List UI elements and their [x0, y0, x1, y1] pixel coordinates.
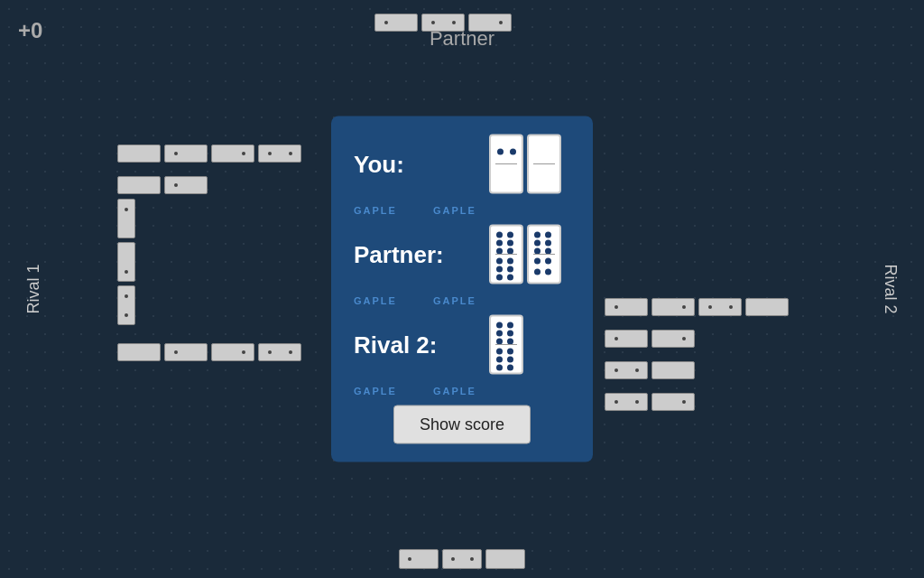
you-domino-1	[489, 135, 523, 194]
bottom-domino-1	[399, 549, 439, 569]
partner-domino-2	[527, 225, 561, 284]
you-result-row: You:	[354, 135, 570, 194]
you-label: You:	[354, 150, 480, 178]
bottom-domino-2	[442, 549, 482, 569]
you-domino-2	[527, 135, 561, 194]
bottom-dominos	[399, 549, 525, 569]
rival2-result-label: Rival 2:	[354, 331, 480, 359]
show-score-button[interactable]: Show score	[393, 406, 531, 444]
gaple-text-partner: GAPLE GAPLE	[354, 295, 570, 306]
rival2-domino-1	[489, 315, 523, 375]
partner-label: Partner:	[354, 240, 480, 268]
gaple-text-rival2: GAPLE GAPLE	[354, 386, 570, 396]
you-dominoes	[489, 135, 561, 194]
rival2-dominoes	[489, 315, 523, 375]
rival2-result-row: Rival 2:	[354, 315, 570, 375]
result-modal: You: GAPLE GAPLE Partner:	[331, 117, 593, 462]
gaple-text-you: GAPLE GAPLE	[354, 205, 570, 216]
partner-result-row: Partner:	[354, 225, 570, 284]
bottom-domino-3	[485, 549, 525, 569]
partner-dominoes	[489, 225, 561, 284]
partner-domino-1	[489, 225, 523, 284]
